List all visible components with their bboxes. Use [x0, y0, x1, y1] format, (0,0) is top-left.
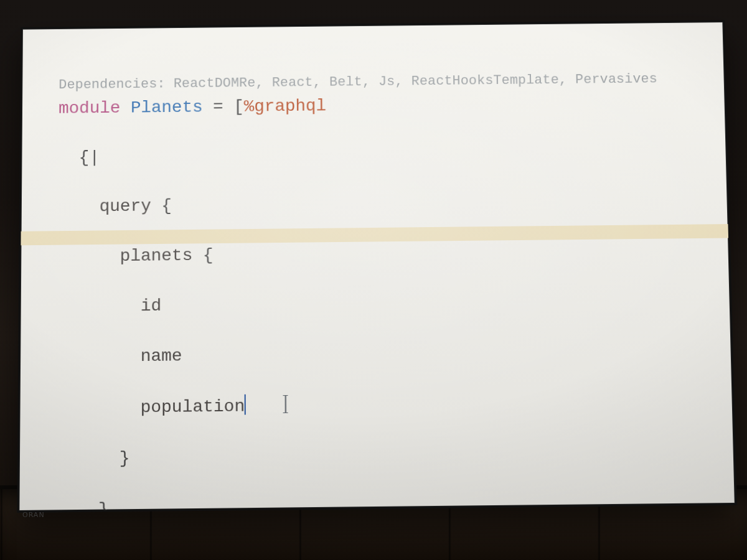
code-line: {| — [59, 139, 703, 170]
text-caret — [245, 394, 246, 414]
dependencies-label: Dependencies: — [59, 77, 165, 93]
graphql-attr: %graphql — [244, 96, 326, 116]
lbracket-punc: [ — [233, 97, 244, 116]
module-name-planets: Planets — [131, 98, 203, 117]
query-field: query — [100, 197, 151, 216]
planets-field: planets — [120, 246, 193, 266]
module-keyword: module — [59, 98, 120, 118]
code-line-active: population — [57, 388, 709, 422]
code-line: planets { — [58, 238, 706, 270]
open-raw: {| — [79, 148, 100, 167]
id-field: id — [141, 296, 161, 315]
screen-brand-label: oran — [22, 511, 45, 519]
code-editor[interactable]: Dependencies: ReactDOMRe, React, Belt, J… — [19, 22, 735, 511]
code-line: module Planets = [%graphql — [59, 90, 702, 121]
dependencies-list: ReactDOMRe, React, Belt, Js, ReactHooksT… — [174, 72, 657, 91]
code-line: name — [57, 338, 708, 370]
room-background: Dependencies: ReactDOMRe, React, Belt, J… — [0, 0, 747, 560]
projector-perspective: Dependencies: ReactDOMRe, React, Belt, J… — [17, 14, 732, 505]
mouse-ibeam-cursor — [283, 395, 288, 413]
code-line: query { — [58, 189, 704, 220]
name-field: name — [141, 346, 182, 365]
projector-screen: Dependencies: ReactDOMRe, React, Belt, J… — [17, 20, 737, 513]
population-field: population — [141, 397, 245, 418]
code-line: id — [57, 288, 707, 320]
code-line: } — [57, 441, 710, 473]
equals-punc: = — [213, 98, 223, 116]
dependencies-header: Dependencies: ReactDOMRe, React, Belt, J… — [59, 72, 657, 93]
